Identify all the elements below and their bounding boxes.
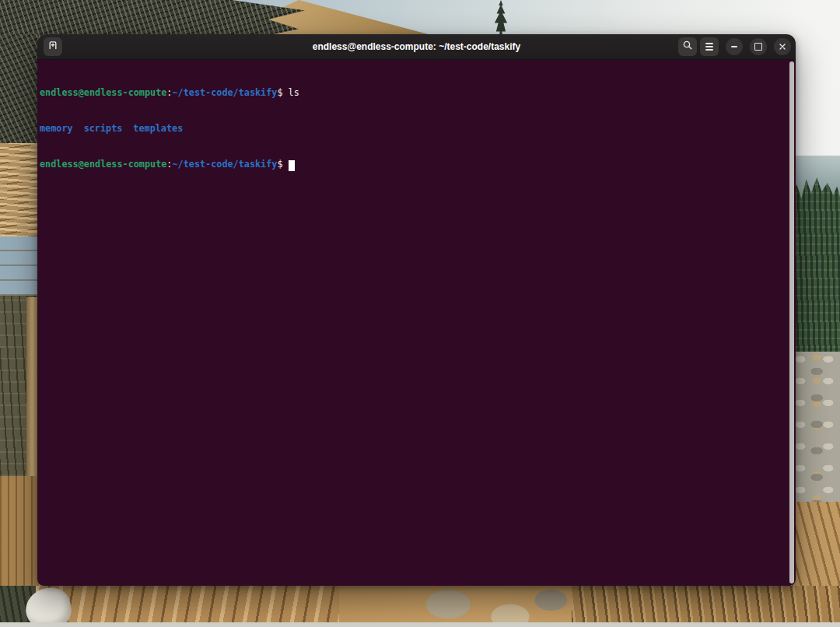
new-tab-icon: [47, 39, 59, 54]
wallpaper-forest: [792, 177, 840, 356]
terminal-cursor: [289, 160, 295, 171]
wallpaper-shingles: [0, 143, 39, 236]
close-button[interactable]: [774, 38, 791, 55]
wallpaper-wood-base: [0, 476, 39, 587]
prompt-symbol: $: [277, 87, 282, 98]
minimize-button[interactable]: [726, 38, 743, 55]
prompt-path: ~/test-code/taskify: [172, 159, 277, 170]
wallpaper-bottom-edge: [0, 622, 840, 627]
terminal-line-output: memoryscriptstemplates: [40, 123, 785, 135]
terminal-screen[interactable]: endless@endless-compute:~/test-code/task…: [37, 60, 796, 586]
titlebar-controls: [677, 37, 791, 56]
directory-name: memory: [40, 123, 73, 134]
wallpaper-board-wall: [572, 586, 840, 627]
wallpaper-branches-left: [0, 34, 39, 143]
menu-button[interactable]: [700, 37, 719, 56]
prompt-user-host: endless@endless-compute: [40, 87, 166, 98]
search-button[interactable]: [678, 37, 697, 56]
wallpaper-beam: [0, 236, 39, 296]
maximize-button[interactable]: [750, 38, 767, 55]
window-title: endless@endless-compute: ~/test-code/tas…: [313, 41, 520, 52]
terminal-line-prompt-ls: endless@endless-compute:~/test-code/task…: [40, 87, 785, 99]
menu-icon: [705, 43, 713, 51]
new-tab-button[interactable]: [44, 37, 62, 56]
directory-name: templates: [133, 123, 183, 134]
terminal-line-prompt-current: endless@endless-compute:~/test-code/task…: [40, 159, 785, 170]
wallpaper-stones: [412, 586, 576, 627]
scrollbar[interactable]: [789, 61, 794, 583]
prompt-user-host: endless@endless-compute: [40, 159, 166, 170]
wallpaper-leaning-planks: [36, 586, 339, 627]
terminal-window: endless@endless-compute: ~/test-code/tas…: [37, 34, 796, 586]
wallpaper-rocky-slope: [792, 352, 840, 504]
directory-name: scripts: [84, 123, 123, 134]
wallpaper-branches: [0, 0, 305, 37]
maximize-icon: [754, 43, 762, 51]
titlebar[interactable]: endless@endless-compute: ~/test-code/tas…: [37, 34, 796, 60]
prompt-path: ~/test-code/taskify: [172, 87, 277, 98]
command-text: ls: [289, 87, 299, 98]
minimize-icon: [731, 46, 737, 47]
close-icon: [779, 40, 786, 54]
search-icon: [682, 40, 693, 54]
prompt-symbol: $: [277, 159, 282, 170]
